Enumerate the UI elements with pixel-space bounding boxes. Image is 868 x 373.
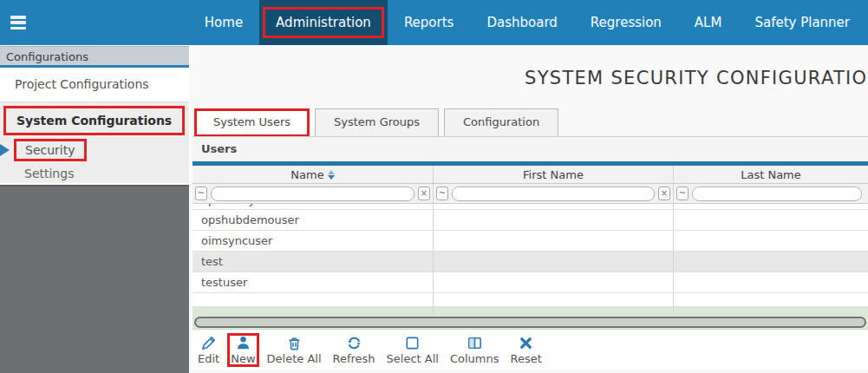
table-row[interactable]: opshubdemouser [193,210,868,231]
cell-first-name [434,210,674,230]
sidebar-item-security[interactable]: Security [14,139,87,161]
sort-icon[interactable] [328,170,335,180]
new-button-label: New [231,352,255,365]
checkbox-icon [404,335,421,351]
filter-input-name[interactable] [211,186,414,201]
column-header-first-name-label: First Name [523,168,584,181]
table-row-clipped[interactable]: opshubsyncuser [193,204,868,210]
filter-input-last-name[interactable] [692,186,862,201]
sidebar-item-system-configurations[interactable]: System Configurations [3,106,185,135]
delete-all-button[interactable]: Delete All [267,335,322,365]
edit-button[interactable]: Edit [198,335,219,365]
nav-item-home[interactable]: Home [188,0,259,45]
cell-last-name [674,252,868,272]
columns-button-label: Columns [450,352,499,365]
cell-name: test [193,252,434,272]
cell-last-name [674,231,868,251]
select-all-button-label: Select All [387,352,439,365]
nav-item-dashboard[interactable]: Dashboard [470,0,573,45]
tab-bar: System Users System Groups Configuration [194,108,558,136]
columns-icon [467,335,483,351]
filter-cell-name: ~ × [193,184,434,203]
column-header-last-name[interactable]: Last Name [674,166,868,183]
page-title: SYSTEM SECURITY CONFIGURATIONS [525,68,868,88]
nav-item-administration[interactable]: Administration [259,0,388,45]
sidebar-security-row: Security [0,139,189,161]
nav-item-alm[interactable]: ALM [678,0,739,45]
tab-system-users[interactable]: System Users [194,108,310,136]
filter-operator-button[interactable]: ~ [195,186,207,200]
arrow-right-icon [0,144,10,156]
cell-first-name [434,272,674,292]
table-row[interactable]: oimsyncuser [193,231,868,252]
table-filter-row: ~ × ~ × ~ [193,184,868,204]
cell-last-name [674,210,868,230]
nav-item-reports[interactable]: Reports [388,0,471,45]
grid-toolbar: Edit New Delete All Refresh Select All [193,331,868,370]
table-row[interactable]: testuser [193,272,868,293]
filter-operator-button[interactable]: ~ [436,186,448,200]
nav-item-administration-label: Administration [263,7,384,38]
table-row-selected[interactable]: test [193,252,868,272]
nav-item-regression[interactable]: Regression [574,0,678,45]
cell-last-name [674,272,868,292]
scrollbar-thumb[interactable] [194,317,866,328]
reset-button[interactable]: Reset [511,335,542,365]
nav-items: Home Administration Reports Dashboard Re… [188,0,866,45]
column-header-name-label: Name [290,168,323,181]
delete-all-button-label: Delete All [267,352,322,365]
cell-name: opshubdemouser [193,210,434,230]
edit-button-label: Edit [198,352,219,365]
refresh-button[interactable]: Refresh [333,335,375,365]
app-window: Home Administration Reports Dashboard Re… [0,0,868,373]
tab-system-groups[interactable]: System Groups [315,108,439,136]
tab-configuration[interactable]: Configuration [444,108,558,136]
sidebar-header: Configurations [0,47,189,68]
nav-item-safety-planner[interactable]: Safety Planner [738,0,866,45]
sidebar-item-settings[interactable]: Settings [0,167,189,180]
filter-cell-last-name: ~ [674,184,868,203]
columns-button[interactable]: Columns [450,335,499,365]
new-button[interactable]: New [231,335,255,365]
reset-button-label: Reset [511,352,542,365]
refresh-button-label: Refresh [333,352,375,365]
filter-input-first-name[interactable] [452,186,655,201]
select-all-button[interactable]: Select All [387,335,439,365]
filter-operator-button[interactable]: ~ [676,186,689,200]
sidebar-item-project-configurations[interactable]: Project Configurations [0,68,189,101]
filter-cell-first-name: ~ × [434,184,674,203]
users-table: Name First Name Last Name ~ × ~ × ~ [193,161,868,330]
refresh-icon [346,335,362,351]
table-header-row: Name First Name Last Name [193,166,868,184]
horizontal-scrollbar[interactable] [193,316,868,330]
column-header-first-name[interactable]: First Name [434,166,674,183]
table-row-empty [193,293,868,307]
cell-first-name [434,252,674,272]
clear-filter-button[interactable]: × [658,186,670,200]
trash-icon [286,335,303,351]
user-icon [235,335,251,351]
section-header-users: Users [193,136,868,161]
top-navbar: Home Administration Reports Dashboard Re… [0,0,868,45]
column-header-name[interactable]: Name [193,166,434,183]
sidebar-group-system-configurations: System Configurations Security Settings [0,101,189,183]
pencil-icon [200,335,217,351]
cell-name: opshubsyncuser [201,204,293,206]
cell-name: oimsyncuser [193,231,434,251]
clear-filter-button[interactable]: × [418,186,430,200]
cell-first-name [434,231,674,251]
cell-name: testuser [193,272,434,292]
table-footer-strip [193,307,868,316]
menu-icon[interactable] [10,16,26,32]
column-header-last-name-label: Last Name [741,168,801,181]
x-icon [518,335,534,351]
sidebar-panel: Configurations Project Configurations Sy… [0,46,189,186]
sidebar-collapsed-area [0,186,189,373]
